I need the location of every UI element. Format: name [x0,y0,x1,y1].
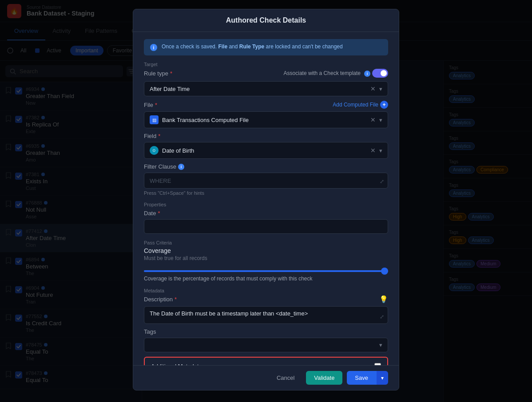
pass-criteria-label: Pass Criteria [144,240,388,245]
additional-metadata-section: Additional Metadata Enhance the check de… [144,357,388,365]
properties-section: Properties Date* [144,202,388,234]
expand-icon: ⤢ [380,178,384,185]
field-value: Date of Birth [162,147,194,154]
metadata-label: Metadata [144,288,388,293]
filter-info-icon: i [178,164,184,170]
file-select-inner: ▤ Bank Transactions Computed File [150,115,370,124]
desc-row: Description* 💡 [144,295,388,303]
tags-label: Tags [144,328,156,335]
file-icon: ▤ [150,115,159,124]
date-input[interactable] [144,219,388,234]
clear-rule-type-btn[interactable]: ✕ [370,85,376,92]
coverage-desc: Coverage is the percentage of records th… [144,276,388,282]
select-actions: ✕ ▾ [370,116,382,123]
description-label: Description* [144,296,177,303]
field-label: Field* [144,133,160,139]
clear-field-btn[interactable]: ✕ [370,147,376,154]
select-actions: ✕ ▾ [370,147,382,154]
coverage-slider-wrap[interactable] [144,266,388,274]
filter-clause-input[interactable]: WHERE ⤢ [144,173,388,189]
template-info-icon: i [364,71,370,77]
coverage-title: Coverage [144,247,388,254]
chevron-down-icon[interactable]: ▾ [379,342,382,348]
coverage-slider[interactable] [144,270,388,272]
rule-type-select[interactable]: After Date Time ✕ ▾ [144,81,388,96]
chevron-down-icon[interactable]: ▾ [379,86,382,92]
info-icon: i [150,44,157,51]
validate-button[interactable]: Validate [306,371,342,385]
expand-icon: ⤢ [380,314,384,320]
modal-footer: Cancel Validate Save ▾ [133,365,399,390]
template-row: Associate with a Check template i [284,69,388,78]
metadata-section: Metadata Description* 💡 The Date of Birt… [144,288,388,365]
tags-select[interactable]: ▾ [144,338,388,352]
info-banner-text: Once a check is saved. File and Rule Typ… [162,43,343,50]
save-button-group: Save ▾ [347,371,388,385]
filter-clause-label: Filter Clause i [144,163,184,170]
info-banner: i Once a check is saved. File and Rule T… [144,39,388,55]
file-label: File* [144,102,157,108]
modal-overlay: Authored Check Details i Once a check is… [0,0,532,402]
field-icon: ⊙ [150,146,159,155]
rule-type-value: After Date Time [150,86,190,92]
save-dropdown-button[interactable]: ▾ [376,371,388,385]
lightbulb-icon: 💡 [379,295,388,303]
modal-body: i Once a check is saved. File and Rule T… [133,32,399,365]
add-computed-plus-icon: + [380,101,388,109]
pass-criteria-section: Pass Criteria Coverage Must be true for … [144,240,388,282]
add-computed-file-link[interactable]: Add Computed File + [333,101,388,109]
chevron-down-icon[interactable]: ▾ [379,117,382,123]
template-toggle[interactable] [372,69,388,78]
template-label: Associate with a Check template [284,70,361,76]
date-label: Date* [144,210,160,217]
file-value: Bank Transactions Computed File [162,117,249,123]
filter-placeholder: WHERE [150,177,171,184]
target-section: Target Rule type* Associate with a Check… [144,62,388,196]
cancel-button[interactable]: Cancel [270,371,302,385]
modal-title: Authored Check Details [226,16,306,24]
modal-dialog: Authored Check Details i Once a check is… [133,9,399,390]
properties-label: Properties [144,202,388,207]
save-button[interactable]: Save [347,371,376,385]
select-actions: ✕ ▾ [370,85,382,92]
file-select[interactable]: ▤ Bank Transactions Computed File ✕ ▾ [144,111,388,128]
description-input[interactable]: The Date of Birth must be a timestamp la… [144,306,388,324]
field-select[interactable]: ⊙ Date of Birth ✕ ▾ [144,142,388,159]
chevron-down-icon[interactable]: ▾ [379,147,382,154]
coverage-subtitle: Must be true for all records [144,255,388,261]
filter-hint: Press "Ctrl+Space" for hints [144,190,388,196]
rule-type-label: Rule type* [144,70,172,77]
field-select-inner: ⊙ Date of Birth [150,146,370,155]
modal-header: Authored Check Details [133,9,399,32]
target-label: Target [144,62,388,67]
clear-file-btn[interactable]: ✕ [370,116,376,123]
description-value: The Date of Birth must be a timestamp la… [150,310,308,317]
